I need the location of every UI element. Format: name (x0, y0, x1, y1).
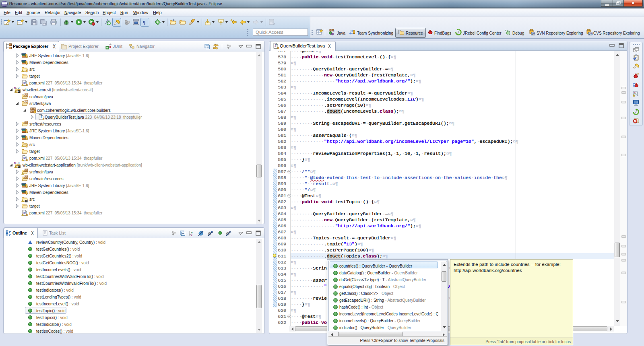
svg-text:CVS: CVS (589, 33, 592, 35)
svg-text:J: J (333, 29, 335, 33)
svg-text:SVN: SVN (532, 33, 535, 35)
svg-text:¶: ¶ (143, 19, 146, 25)
